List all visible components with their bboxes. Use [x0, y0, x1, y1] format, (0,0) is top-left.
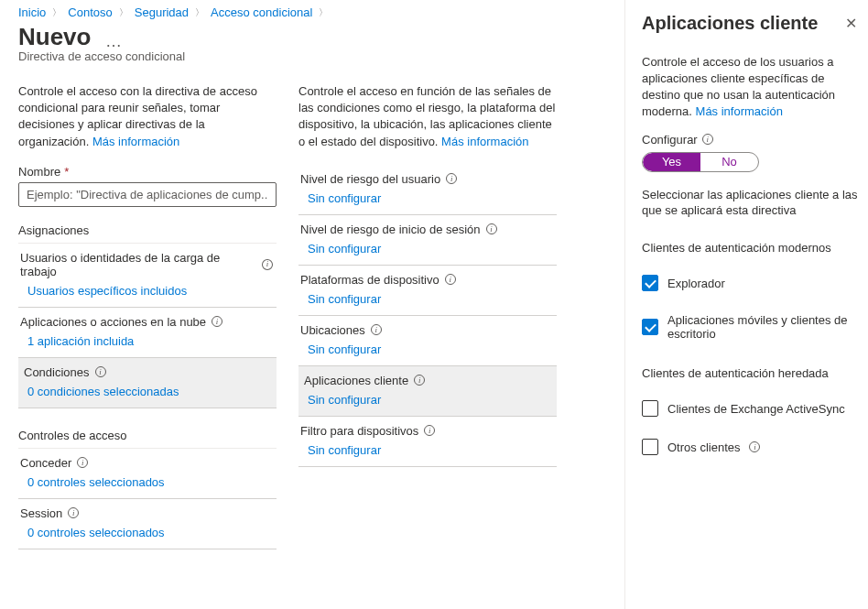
page-subtitle: Directiva de acceso condicional [18, 49, 624, 63]
group-client-apps[interactable]: Aplicaciones cliente i Sin configurar [298, 366, 557, 417]
checkbox-other-clients-label: Otros clientes [667, 440, 740, 454]
name-label-text: Nombre [18, 165, 60, 179]
panel-select-text: Seleccionar las aplicaciones cliente a l… [642, 187, 861, 219]
toggle-yes[interactable]: Yes [643, 153, 700, 171]
info-icon[interactable]: i [486, 223, 497, 234]
legacy-auth-heading: Clientes de autenticación heredada [642, 366, 861, 380]
policy-name-input[interactable] [18, 182, 277, 207]
group-client-apps-link[interactable]: Sin configurar [298, 393, 381, 407]
checkbox-browser-row[interactable]: Explorador [642, 275, 861, 291]
group-locations[interactable]: Ubicaciones i Sin configurar [298, 316, 557, 366]
info-icon[interactable]: i [68, 507, 79, 518]
group-locations-head: Ubicaciones [300, 323, 365, 337]
close-icon[interactable]: ✕ [841, 11, 861, 36]
group-client-apps-head: Aplicaciones cliente [304, 374, 408, 387]
info-icon[interactable]: i [77, 457, 88, 468]
info-icon[interactable]: i [749, 441, 760, 452]
panel-description: Controle el acceso de los usuarios a apl… [642, 54, 861, 120]
client-apps-panel: Aplicaciones cliente ✕ Controle el acces… [624, 0, 868, 609]
right-intro-link[interactable]: Más información [441, 135, 528, 148]
checkbox-mobile-row[interactable]: Aplicaciones móviles y clientes de escri… [642, 313, 861, 341]
group-user-risk-link[interactable]: Sin configurar [298, 191, 381, 205]
chevron-right-icon: 〉 [192, 6, 207, 19]
group-user-risk-head: Nivel de riesgo del usuario [300, 172, 440, 186]
group-session-head: Session [20, 506, 62, 520]
modern-auth-heading: Clientes de autenticación modernos [642, 241, 861, 255]
info-icon[interactable]: i [445, 274, 456, 285]
group-session-link[interactable]: 0 controles seleccionados [18, 526, 165, 539]
group-device-platforms-head: Plataformas de dispositivo [300, 273, 439, 287]
configure-label: Configurar i [642, 133, 861, 147]
left-intro-link[interactable]: Más información [92, 135, 179, 148]
group-users-head: Usuarios o identidades de la carga de tr… [20, 251, 256, 278]
checkbox-mobile-desktop[interactable] [642, 319, 658, 335]
chevron-right-icon: 〉 [316, 6, 331, 19]
checkbox-browser-label: Explorador [667, 277, 725, 290]
group-signin-risk[interactable]: Nivel de riesgo de inicio de sesión i Si… [298, 215, 557, 266]
group-conditions[interactable]: Condiciones i 0 condiciones seleccionada… [18, 358, 277, 408]
checkbox-other-row[interactable]: Otros clientes i [642, 439, 861, 455]
more-actions-button[interactable]: … [105, 32, 124, 50]
access-controls-label: Controles de acceso [18, 429, 277, 442]
group-cloud-apps-head: Aplicaciones o acciones en la nube [20, 315, 206, 329]
required-indicator: * [64, 165, 69, 179]
group-signin-risk-head: Nivel de riesgo de inicio de sesión [300, 223, 481, 236]
checkbox-exchange-activesync[interactable] [642, 400, 658, 417]
group-cloud-apps-link[interactable]: 1 aplicación incluida [18, 334, 134, 348]
breadcrumb-item-home[interactable]: Inicio [18, 5, 46, 19]
group-session[interactable]: Session i 0 controles seleccionados [18, 499, 277, 549]
chevron-right-icon: 〉 [49, 6, 64, 19]
group-conditions-link[interactable]: 0 condiciones seleccionadas [18, 385, 179, 398]
name-label: Nombre * [18, 165, 277, 179]
panel-more-info-link[interactable]: Más información [696, 104, 783, 118]
breadcrumb-item-security[interactable]: Seguridad [135, 5, 189, 19]
group-conditions-head: Condiciones [24, 365, 90, 379]
left-intro-text: Controle el acceso con la directiva de a… [18, 83, 277, 150]
checkbox-other-clients[interactable] [642, 439, 658, 455]
panel-title: Aplicaciones cliente [642, 13, 818, 34]
info-icon[interactable]: i [446, 173, 457, 184]
group-locations-link[interactable]: Sin configurar [298, 343, 381, 356]
checkbox-exchange-activesync-label: Clientes de Exchange ActiveSync [667, 402, 845, 416]
info-icon[interactable]: i [424, 425, 435, 436]
group-device-platforms[interactable]: Plataformas de dispositivo i Sin configu… [298, 266, 557, 316]
info-icon[interactable]: i [212, 316, 222, 327]
group-users[interactable]: Usuarios o identidades de la carga de tr… [18, 244, 277, 308]
breadcrumb-item-conditional-access[interactable]: Acceso condicional [211, 5, 312, 19]
info-icon[interactable]: i [262, 259, 273, 270]
toggle-no[interactable]: No [700, 153, 758, 171]
group-grant-head: Conceder [20, 456, 71, 470]
group-grant[interactable]: Conceder i 0 controles seleccionados [18, 449, 277, 499]
checkbox-eas-row[interactable]: Clientes de Exchange ActiveSync [642, 400, 861, 417]
checkbox-mobile-desktop-label: Aplicaciones móviles y clientes de escri… [667, 313, 861, 341]
group-grant-link[interactable]: 0 controles seleccionados [18, 475, 165, 489]
configure-label-text: Configurar [642, 133, 698, 147]
right-intro-text: Controle el acceso en función de las señ… [298, 83, 557, 150]
chevron-right-icon: 〉 [116, 6, 131, 19]
group-device-platforms-link[interactable]: Sin configurar [298, 292, 381, 306]
info-icon[interactable]: i [414, 375, 425, 386]
configure-toggle[interactable]: Yes No [642, 152, 759, 172]
group-user-risk[interactable]: Nivel de riesgo del usuario i Sin config… [298, 165, 557, 215]
checkbox-browser[interactable] [642, 275, 658, 291]
group-cloud-apps[interactable]: Aplicaciones o acciones en la nube i 1 a… [18, 308, 277, 358]
group-device-filter-link[interactable]: Sin configurar [298, 443, 381, 457]
info-icon[interactable]: i [371, 324, 382, 335]
breadcrumb-item-contoso[interactable]: Contoso [68, 5, 112, 19]
group-signin-risk-link[interactable]: Sin configurar [298, 242, 381, 256]
group-users-link[interactable]: Usuarios específicos incluidos [18, 284, 187, 298]
page-title: Nuevo [18, 23, 91, 51]
assignments-label: Asignaciones [18, 223, 277, 237]
breadcrumb: Inicio 〉 Contoso 〉 Seguridad 〉 Acceso co… [18, 5, 624, 21]
info-icon[interactable]: i [95, 366, 106, 377]
group-device-filter-head: Filtro para dispositivos [300, 424, 418, 438]
group-device-filter[interactable]: Filtro para dispositivos i Sin configura… [298, 417, 557, 467]
info-icon[interactable]: i [702, 134, 713, 145]
